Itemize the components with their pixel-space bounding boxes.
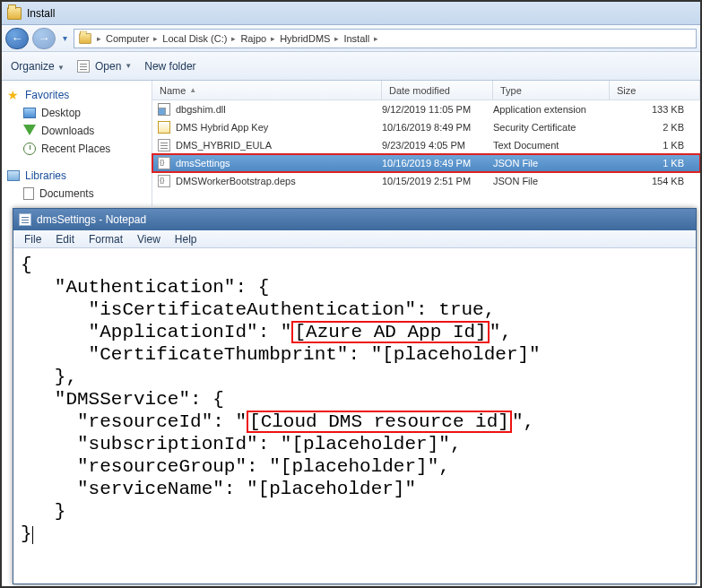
text: "CertificateThumbprint": "[placeholder]" (21, 344, 541, 365)
folder-icon (7, 7, 22, 20)
menu-file[interactable]: File (19, 233, 47, 246)
text: "resourceGroup": "[placeholder]", (21, 456, 450, 477)
file-name: DMSWorkerBootstrap.deps (176, 176, 296, 186)
chevron-right-icon: ▸ (332, 34, 342, 43)
open-menu[interactable]: Open ▼ (77, 60, 132, 73)
text: "DMSService": { (21, 389, 224, 410)
notepad-titlebar[interactable]: dmsSettings - Notepad (13, 209, 696, 230)
nav-label: Downloads (41, 125, 94, 137)
text: "subscriptionId": "[placeholder]", (21, 434, 461, 454)
file-type: Text Document (493, 140, 610, 151)
text: }, (21, 367, 77, 387)
chevron-right-icon: ▸ (268, 34, 278, 43)
nav-documents[interactable]: Documents (5, 185, 148, 203)
file-size: 133 KB (610, 104, 700, 115)
file-row[interactable]: DMS_HYBRID_EULA9/23/2019 4:05 PMText Doc… (152, 136, 700, 154)
menu-help[interactable]: Help (169, 233, 203, 246)
chevron-right-icon: ▸ (151, 34, 160, 43)
nav-label: Recent Places (41, 143, 110, 155)
text: } (21, 523, 32, 544)
notepad-icon (19, 213, 31, 226)
menu-view[interactable]: View (132, 233, 166, 246)
text-cursor (32, 526, 33, 544)
file-icon (158, 139, 170, 151)
sort-asc-icon: ▲ (189, 86, 196, 94)
nav-desktop[interactable]: Desktop (5, 104, 148, 122)
nav-pane: ★ Favorites Desktop Downloads Recent Pla… (2, 81, 152, 206)
forward-button[interactable]: → (32, 28, 56, 49)
file-type: JSON File (493, 176, 610, 186)
col-size[interactable]: Size (610, 81, 700, 99)
explorer-titlebar[interactable]: Install (2, 2, 700, 25)
notepad-icon (77, 60, 90, 73)
nav-downloads[interactable]: Downloads (5, 122, 148, 140)
address-bar[interactable]: ▸ Computer ▸ Local Disk (C:) ▸ Rajpo ▸ H… (74, 29, 697, 48)
file-name: dmsSettings (176, 158, 230, 169)
file-date: 9/12/2019 11:05 PM (382, 104, 493, 115)
notepad-editor[interactable]: { "Authentication": { "isCertificateAuth… (13, 248, 696, 584)
text: "ApplicationId": " (21, 322, 291, 342)
file-row[interactable]: dmsSettings10/16/2019 8:49 PMJSON File1 … (152, 154, 700, 172)
breadcrumb-item[interactable]: Local Disk (C:) (162, 33, 227, 44)
star-icon: ★ (7, 89, 20, 101)
file-date: 10/15/2019 2:51 PM (382, 176, 493, 186)
text: ", (490, 322, 512, 342)
breadcrumb-item[interactable]: Rajpo (240, 33, 266, 44)
text: } (21, 501, 65, 522)
file-row[interactable]: DMS Hybrid App Key10/16/2019 8:49 PMSecu… (152, 118, 700, 136)
file-type: JSON File (493, 158, 610, 169)
text: "serviceName": "[placeholder]" (21, 479, 416, 499)
highlight-app-id: [Azure AD App Id] (291, 321, 489, 343)
nav-label: Desktop (41, 107, 81, 119)
caret-icon: ▼ (125, 62, 132, 70)
col-type[interactable]: Type (493, 81, 610, 99)
col-label: Name (160, 85, 186, 96)
chevron-right-icon: ▸ (94, 34, 104, 43)
file-row[interactable]: DMSWorkerBootstrap.deps10/15/2019 2:51 P… (152, 172, 700, 190)
file-type: Application extension (493, 104, 610, 115)
new-folder-button[interactable]: New folder (144, 60, 195, 73)
file-type: Security Certificate (493, 122, 610, 133)
chevron-right-icon: ▸ (371, 34, 381, 43)
file-icon (158, 103, 170, 116)
highlight-resource-id: [Cloud DMS resource id] (247, 411, 512, 433)
file-date: 9/23/2019 4:05 PM (382, 140, 493, 151)
breadcrumb-item[interactable]: Install (343, 33, 369, 44)
text: ", (512, 411, 534, 432)
file-size: 2 KB (610, 122, 700, 133)
breadcrumb-item[interactable]: Computer (106, 33, 149, 44)
nav-recent[interactable]: Recent Places (5, 140, 148, 158)
file-date: 10/16/2019 8:49 PM (382, 158, 493, 169)
libraries-icon (7, 170, 20, 181)
col-date[interactable]: Date modified (382, 81, 493, 99)
file-row[interactable]: dbgshim.dll9/12/2019 11:05 PMApplication… (152, 100, 700, 118)
file-name: DMS_HYBRID_EULA (176, 140, 272, 151)
explorer-body: ★ Favorites Desktop Downloads Recent Pla… (2, 81, 700, 206)
menu-format[interactable]: Format (83, 233, 128, 246)
favorites-label: Favorites (25, 89, 69, 101)
file-size: 1 KB (610, 140, 700, 151)
file-name: DMS Hybrid App Key (176, 122, 268, 133)
text: { (21, 255, 32, 275)
menu-edit[interactable]: Edit (50, 233, 80, 246)
file-pane: Name ▲ Date modified Type Size dbgshim.d… (152, 81, 700, 206)
chevron-right-icon: ▸ (229, 34, 238, 43)
file-name: dbgshim.dll (176, 104, 226, 115)
col-name[interactable]: Name ▲ (152, 81, 382, 99)
text: "Authentication": { (21, 277, 269, 298)
nav-row: ← → ▾ ▸ Computer ▸ Local Disk (C:) ▸ Raj… (2, 25, 700, 52)
breadcrumb-item[interactable]: HybridDMS (280, 33, 330, 44)
back-button[interactable]: ← (5, 28, 29, 49)
text: "isCertificateAuthentication": true, (21, 299, 495, 320)
open-label: Open (95, 60, 121, 73)
document-icon (23, 187, 34, 200)
window-title: Install (27, 7, 55, 20)
favorites-section[interactable]: ★ Favorites (5, 86, 148, 104)
text: "resourceId": " (21, 411, 247, 432)
clock-icon (23, 143, 36, 155)
organize-label: Organize (11, 60, 55, 73)
file-date: 10/16/2019 8:49 PM (382, 122, 493, 133)
libraries-section[interactable]: Libraries (5, 167, 148, 185)
organize-menu[interactable]: Organize ▼ (11, 60, 65, 73)
history-dropdown[interactable]: ▾ (59, 33, 70, 43)
